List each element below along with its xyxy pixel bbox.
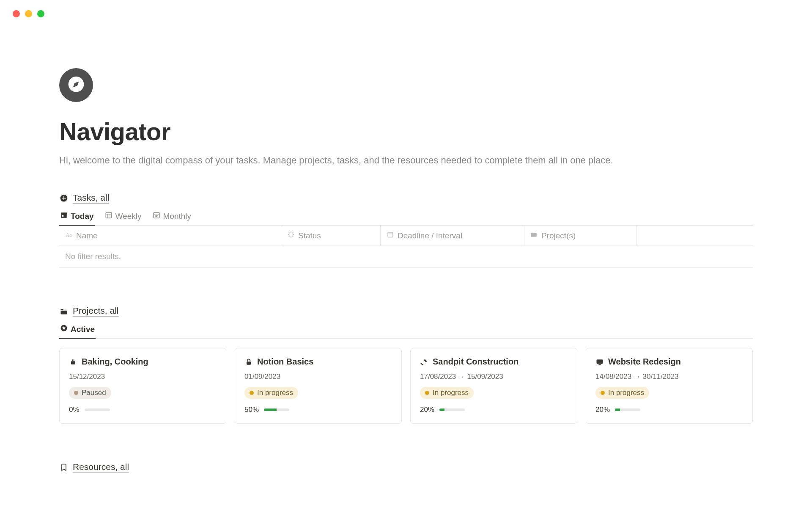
- tab-today[interactable]: Today: [59, 211, 95, 225]
- svg-point-13: [155, 215, 156, 216]
- progress-label: 20%: [420, 406, 434, 414]
- project-card-date: 15/12/2023: [69, 373, 217, 381]
- window-minimize-button[interactable]: [25, 10, 32, 17]
- svg-rect-31: [72, 359, 73, 361]
- status-dot-icon: [250, 391, 254, 395]
- tasks-view-tabs: Today Weekly Monthly: [59, 211, 753, 226]
- svg-rect-3: [62, 198, 66, 199]
- svg-rect-36: [599, 364, 601, 365]
- tab-label: Today: [71, 212, 94, 221]
- resources-section-title: Resources, all: [73, 462, 129, 473]
- svg-rect-27: [388, 232, 393, 237]
- svg-rect-37: [598, 364, 601, 365]
- project-card-baking-cooking[interactable]: Baking, Cooking 15/12/2023 Paused 0%: [59, 348, 226, 424]
- project-card-title: Notion Basics: [257, 357, 313, 367]
- svg-point-14: [156, 215, 157, 216]
- status-label: In progress: [608, 389, 644, 397]
- svg-point-16: [155, 216, 156, 217]
- text-property-icon: Aa: [65, 231, 73, 240]
- svg-line-23: [289, 232, 290, 233]
- svg-point-15: [157, 215, 158, 216]
- project-card-date: 14/08/2023 → 30/11/2023: [595, 373, 743, 381]
- projects-section-title: Projects, all: [73, 306, 119, 317]
- cooking-icon: [69, 358, 77, 366]
- status-dot-icon: [425, 391, 429, 395]
- progress-label: 20%: [595, 406, 610, 414]
- svg-rect-32: [74, 359, 74, 361]
- svg-line-25: [289, 236, 290, 237]
- tasks-section-header[interactable]: Tasks, all: [59, 193, 753, 204]
- svg-rect-35: [597, 359, 603, 364]
- tasks-table: Aa Name Status Deadline / Interval: [59, 226, 753, 268]
- tab-monthly[interactable]: Monthly: [152, 211, 192, 225]
- window-controls: [0, 0, 812, 17]
- projects-cards-row: Baking, Cooking 15/12/2023 Paused 0%: [59, 348, 753, 424]
- column-header-status[interactable]: Status: [281, 226, 381, 246]
- project-card-date: 01/09/2023: [244, 373, 392, 381]
- progress-bar: [85, 409, 110, 411]
- status-badge: Paused: [69, 387, 111, 399]
- compass-icon: [67, 75, 85, 95]
- bookmark-icon: [59, 463, 69, 472]
- status-badge: In progress: [595, 387, 649, 399]
- status-label: Paused: [82, 389, 106, 397]
- project-card-notion-basics[interactable]: Notion Basics 01/09/2023 In progress 50%: [235, 348, 402, 424]
- projects-section-header[interactable]: Projects, all: [59, 306, 753, 317]
- project-card-title: Website Redesign: [608, 357, 681, 367]
- column-header-name[interactable]: Aa Name: [59, 226, 281, 246]
- calendar-day-icon: [60, 211, 68, 221]
- svg-rect-34: [420, 362, 423, 365]
- page-subtitle[interactable]: Hi, welcome to the digital compass of yo…: [59, 153, 753, 167]
- svg-point-17: [156, 216, 157, 217]
- svg-rect-7: [106, 213, 112, 218]
- folder-icon: [59, 306, 69, 316]
- tab-label: Weekly: [115, 212, 142, 221]
- monitor-icon: [595, 358, 604, 366]
- svg-text:Aa: Aa: [66, 232, 72, 238]
- svg-point-0: [75, 83, 77, 86]
- column-label: Status: [298, 231, 321, 240]
- status-dot-icon: [74, 391, 78, 395]
- calendar-week-icon: [105, 211, 112, 221]
- project-card-sandpit-construction[interactable]: Sandpit Construction 17/08/2023 → 15/09/…: [410, 348, 577, 424]
- tab-label: Monthly: [163, 212, 192, 221]
- calendar-month-icon: [153, 211, 160, 221]
- svg-line-26: [292, 232, 293, 233]
- column-label: Deadline / Interval: [398, 231, 462, 240]
- tab-label: Active: [71, 325, 95, 334]
- project-card-date: 17/08/2023 → 15/09/2023: [420, 373, 568, 381]
- window-maximize-button[interactable]: [37, 10, 44, 17]
- date-property-icon: [387, 231, 394, 240]
- progress-bar: [439, 409, 465, 411]
- tasks-empty-row: No filter results.: [59, 246, 753, 268]
- status-property-icon: [287, 231, 295, 240]
- plus-circle-icon: [59, 193, 69, 203]
- tasks-section-title: Tasks, all: [73, 193, 109, 204]
- hammer-icon: [420, 358, 428, 366]
- progress-label: 0%: [69, 406, 80, 414]
- column-header-projects[interactable]: Project(s): [524, 226, 636, 246]
- column-label: Name: [76, 231, 98, 240]
- tab-weekly[interactable]: Weekly: [104, 211, 143, 225]
- progress-row: 20%: [420, 406, 568, 414]
- status-label: In progress: [433, 389, 469, 397]
- resources-section-header[interactable]: Resources, all: [59, 462, 753, 473]
- table-header-row: Aa Name Status Deadline / Interval: [59, 226, 753, 246]
- column-header-deadline[interactable]: Deadline / Interval: [381, 226, 524, 246]
- page-title[interactable]: Navigator: [59, 117, 753, 146]
- window-close-button[interactable]: [13, 10, 20, 17]
- progress-row: 0%: [69, 406, 217, 414]
- project-card-title: Sandpit Construction: [433, 357, 518, 367]
- progress-row: 50%: [244, 406, 392, 414]
- status-dot-icon: [601, 391, 605, 395]
- status-label: In progress: [257, 389, 293, 397]
- tab-active[interactable]: Active: [59, 324, 96, 338]
- status-badge: In progress: [420, 387, 474, 399]
- status-badge: In progress: [244, 387, 298, 399]
- projects-view-tabs: Active: [59, 324, 753, 339]
- project-card-website-redesign[interactable]: Website Redesign 14/08/2023 → 30/11/2023…: [586, 348, 753, 424]
- page-icon-compass[interactable]: [59, 68, 93, 102]
- star-circle-icon: [60, 324, 68, 334]
- svg-rect-33: [247, 362, 251, 365]
- progress-bar: [264, 409, 289, 411]
